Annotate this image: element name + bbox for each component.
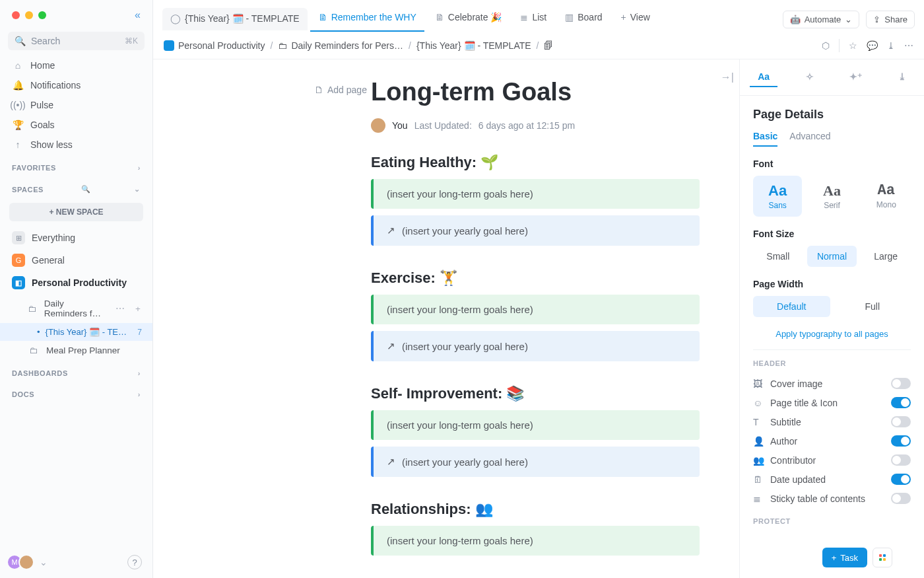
section-exercise[interactable]: Exercise: 🏋️ [371,270,700,287]
chevron-right-icon: › [138,390,141,398]
search-icon[interactable]: 🔍 [81,185,91,194]
section-relationships[interactable]: Relationships: 👥 [371,501,700,518]
toggle[interactable] [891,454,911,466]
toggle[interactable] [891,474,911,485]
space-general[interactable]: GGeneral [0,249,152,271]
star-icon[interactable]: ☆ [849,40,857,51]
subtab-advanced[interactable]: Advanced [789,131,830,147]
space-icon: G [12,254,25,267]
apps-button[interactable] [873,548,892,567]
yearly-goal-block[interactable]: ↗(insert your yearly goal here) [371,447,700,477]
chevron-down-icon[interactable]: ⌄ [40,557,48,567]
yearly-goal-block[interactable]: ↗(insert your yearly goal here) [371,215,700,246]
plus-icon[interactable]: + [135,304,141,314]
section-eating-healthy[interactable]: Eating Healthy: 🌱 [371,154,700,171]
help-button[interactable]: ? [127,555,142,569]
folder-icon: 🗀 [278,40,287,51]
board-icon: ▥ [565,12,574,22]
rpanel-tab-relations[interactable]: ✦⁺ [842,67,870,87]
longterm-goal-block[interactable]: (insert your long-term goals here) [371,295,700,324]
tab-board[interactable]: ▥Board [557,7,610,32]
favorites-header[interactable]: FAVORITES› [0,155,152,176]
doc-icon: 🗎 [435,12,444,22]
toggle-sticky-toc: ≣Sticky table of contents [753,489,911,508]
tab-list[interactable]: ≣List [512,7,554,32]
toggle[interactable] [891,493,911,504]
breadcrumb-list[interactable]: {This Year} 🗓️ - TEMPLATE [416,40,531,51]
rpanel-tab-typography[interactable]: Aa [750,67,777,87]
list-this-year[interactable]: •{This Year} 🗓️ - TE…7 [0,323,152,341]
section-self-improvement[interactable]: Self- Improvement: 📚 [371,385,700,402]
add-page-button[interactable]: 🗋Add page [314,85,367,95]
tab-add-view[interactable]: +View [613,7,658,32]
breadcrumb-space[interactable]: Personal Productivity [164,40,265,51]
window-minimize[interactable] [25,11,33,19]
nav-home[interactable]: ⌂Home [0,55,152,75]
collapse-panel-icon[interactable]: →| [721,71,734,83]
size-large[interactable]: Large [861,246,911,267]
plus-icon: + [621,12,626,22]
download-icon[interactable]: ⤓ [887,40,895,51]
more-icon[interactable]: ⋯ [116,303,125,314]
width-default[interactable]: Default [753,296,830,317]
workspace-avatars[interactable]: M [11,554,34,570]
page-title[interactable]: Long-term Goals [371,78,700,106]
page-width-label: Page Width [753,279,911,289]
new-task-button[interactable]: +Task [822,548,867,567]
search-icon: 🔍 [15,36,26,46]
tab-remember-why[interactable]: 🗎Remember the WHY [310,7,424,32]
font-sans[interactable]: AaSans [753,176,802,217]
byline: You Last Updated: 6 days ago at 12:15 pm [371,118,700,133]
width-full[interactable]: Full [834,296,911,317]
size-small[interactable]: Small [753,246,803,267]
folder-meal-prep[interactable]: 🗀Meal Prep Planner [0,341,152,360]
toggle[interactable] [891,378,911,389]
nav-goals[interactable]: 🏆Goals [0,115,152,135]
docs-header[interactable]: DOCS› [0,381,152,402]
window-close[interactable] [12,11,20,19]
share-button[interactable]: ⇪Share [866,11,915,28]
space-everything[interactable]: ⊞Everything [0,227,152,249]
toggle-subtitle: TSubtitle [753,412,911,431]
longterm-goal-block[interactable]: (insert your long-term goals here) [371,526,700,556]
chevron-down-icon[interactable]: ⌄ [134,185,141,194]
toggle[interactable] [891,435,911,447]
tab-this-year[interactable]: ◯{This Year} 🗓️ - TEMPLATE [162,8,308,30]
longterm-goal-block[interactable]: (insert your long-term goals here) [371,410,700,440]
font-serif[interactable]: AaSerif [807,176,856,217]
rpanel-tab-ai[interactable]: ✧ [798,67,822,87]
collapse-sidebar-icon[interactable]: « [135,9,141,21]
rpanel-tab-export[interactable]: ⤓ [890,67,914,87]
toggle-cover-image: 🖼Cover image [753,374,911,393]
search-input[interactable]: 🔍 Search ⌘K [8,32,145,50]
apply-typography-link[interactable]: Apply typography to all pages [753,329,911,339]
tab-celebrate[interactable]: 🗎Celebrate 🎉 [427,7,510,32]
breadcrumb-folder[interactable]: 🗀Daily Reminders for Pers… [278,40,403,51]
font-mono[interactable]: AaMono [862,176,911,217]
dashboards-header[interactable]: DASHBOARDS› [0,360,152,381]
yearly-goal-block[interactable]: ↗(insert your yearly goal here) [371,331,700,361]
window-maximize[interactable] [38,11,46,19]
robot-icon: 🤖 [790,15,801,24]
nav-pulse[interactable]: ((•))Pulse [0,95,152,115]
automate-button[interactable]: 🤖Automate⌄ [783,11,860,28]
more-icon[interactable]: ⋯ [904,40,913,51]
nav-notifications[interactable]: 🔔Notifications [0,75,152,95]
share-icon: ⇪ [873,15,880,24]
space-personal[interactable]: ◧Personal Productivity [0,271,152,294]
toggle-date-updated: 🗓Date updated [753,470,911,489]
subtab-basic[interactable]: Basic [753,131,777,147]
toggle[interactable] [891,397,911,408]
nav-show-less[interactable]: ↑Show less [0,135,152,155]
comment-icon[interactable]: 💬 [867,40,878,51]
toggle[interactable] [891,416,911,427]
folder-daily-reminders[interactable]: 🗀Daily Reminders f…⋯+ [0,294,152,323]
plus-icon: + [832,553,837,563]
tag-icon[interactable]: ⬡ [822,40,830,51]
longterm-goal-block[interactable]: (insert your long-term goals here) [371,179,700,209]
doc-icon: 🗐 [544,40,553,51]
pulse-icon: ((•)) [12,100,24,110]
size-normal[interactable]: Normal [807,246,857,267]
spaces-header[interactable]: SPACES🔍⌄ [0,176,152,198]
new-space-button[interactable]: + NEW SPACE [9,203,143,221]
